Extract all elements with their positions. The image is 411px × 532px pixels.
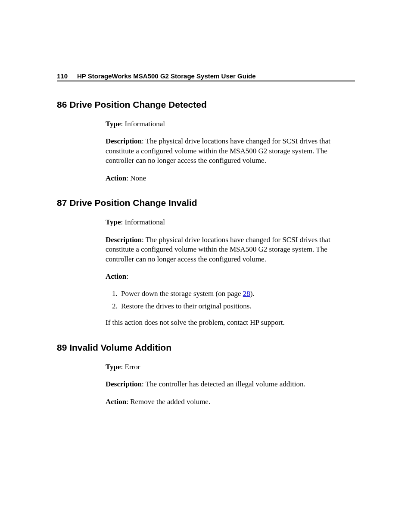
action-line: Action: [106,272,355,281]
action-value: : None [126,174,146,182]
section-heading: 89 Invalid Volume Addition [57,342,355,353]
action-value: : Remove the added volume. [126,398,210,406]
type-value: : Informational [121,218,165,226]
section-89: 89 Invalid Volume Addition Type: Error D… [57,342,355,407]
type-line: Type: Informational [106,119,355,129]
section-body: Type: Informational Description: The phy… [106,119,355,183]
section-body: Type: Error Description: The controller … [106,362,355,407]
step-1-pre: Power down the storage system (on page [121,289,243,298]
action-label: Action [106,272,126,280]
type-label: Type [106,363,121,371]
doc-title: HP StorageWorks MSA500 G2 Storage System… [77,72,256,80]
description-line: Description: The physical drive location… [106,235,355,264]
running-header: 110 HP StorageWorks MSA500 G2 Storage Sy… [57,72,355,81]
page-link-28[interactable]: 28 [243,289,250,298]
after-note: If this action does not solve the proble… [106,318,355,327]
step-1: Power down the storage system (on page 2… [119,289,355,299]
section-87: 87 Drive Position Change Invalid Type: I… [57,198,355,328]
description-value: : The controller has detected an illegal… [142,380,305,388]
description-label: Description [106,137,142,145]
step-1-post: ). [250,289,255,298]
action-steps: Power down the storage system (on page 2… [106,289,355,311]
type-value: : Error [121,363,140,371]
type-value: : Informational [121,120,165,128]
description-label: Description [106,380,142,388]
section-heading: 87 Drive Position Change Invalid [57,198,355,208]
type-label: Type [106,120,121,128]
action-label: Action [106,174,126,182]
section-heading: 86 Drive Position Change Detected [57,100,355,110]
page: 110 HP StorageWorks MSA500 G2 Storage Sy… [0,0,411,407]
type-line: Type: Informational [106,218,355,227]
section-body: Type: Informational Description: The phy… [106,218,355,328]
description-label: Description [106,236,142,244]
action-value: : [126,272,128,280]
section-86: 86 Drive Position Change Detected Type: … [57,100,355,183]
page-number: 110 [57,72,68,80]
action-label: Action [106,398,126,406]
type-label: Type [106,218,121,226]
description-line: Description: The physical drive location… [106,137,355,165]
type-line: Type: Error [106,362,355,372]
description-line: Description: The controller has detected… [106,380,355,389]
action-line: Action: None [106,174,355,183]
step-2: Restore the drives to their original pos… [119,302,355,311]
action-line: Action: Remove the added volume. [106,397,355,407]
